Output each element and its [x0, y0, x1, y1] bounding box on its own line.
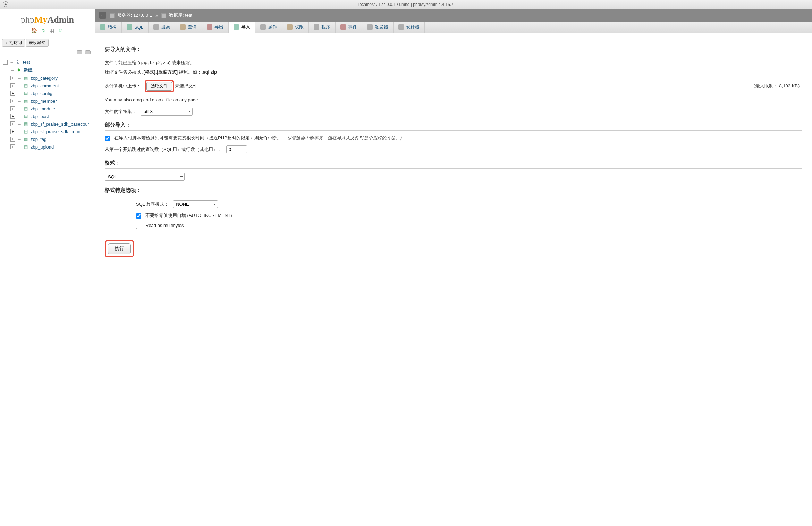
table-icon: ▤ — [23, 75, 28, 81]
tree-db-node[interactable]: – 🗄 test — [2, 58, 95, 66]
tree-toggle-icon[interactable] — [10, 129, 15, 134]
allow-interrupt-label: 在导入时脚本若检测到可能需要花费很长时间（接近PHP超时的限定）则允许中断。 — [114, 135, 281, 141]
tab-导入[interactable]: 导入 — [229, 22, 255, 33]
tab-权限[interactable]: 权限 — [282, 22, 309, 33]
skip-input[interactable] — [226, 145, 247, 153]
dragdrop-note: You may also drag and drop a file on any… — [105, 96, 802, 104]
table-icon: ▤ — [23, 106, 28, 111]
tree-table-label[interactable]: zbp_comment — [31, 83, 59, 88]
breadcrumb-bar: ← 服务器: 127.0.0.1 » 数据库: test — [95, 9, 812, 22]
tree-table-node[interactable]: –▤zbp_upload — [2, 143, 95, 151]
tab-导出[interactable]: 导出 — [202, 22, 229, 33]
multibytes-label: Read as multibytes — [145, 223, 184, 228]
tab-label: SQL — [134, 25, 143, 30]
tree-toggle-icon[interactable] — [10, 121, 15, 126]
table-icon: ▤ — [23, 83, 28, 88]
autoincr-checkbox[interactable] — [136, 213, 141, 219]
recent-tab[interactable]: 近期访问 — [2, 39, 25, 47]
tree-table-node[interactable]: –▤zbp_module — [2, 105, 95, 112]
allow-interrupt-checkbox[interactable] — [105, 136, 110, 141]
compat-select[interactable]: NONE — [173, 200, 218, 208]
tab-icon — [100, 24, 105, 30]
tab-icon — [234, 24, 239, 30]
tree-toggle-icon[interactable] — [10, 91, 15, 96]
table-icon: ▤ — [23, 98, 28, 104]
tree-table-node[interactable]: –▤zbp_post — [2, 112, 95, 120]
server-icon — [110, 13, 115, 18]
tree-table-label[interactable]: zbp_sf_praise_sdk_count — [31, 129, 82, 134]
format-select[interactable]: SQL — [105, 173, 185, 181]
tab-触发器[interactable]: 触发器 — [362, 22, 394, 33]
choose-file-button[interactable]: 选取文件 — [146, 82, 172, 91]
tab-事件[interactable]: 事件 — [336, 22, 362, 33]
tab-操作[interactable]: 操作 — [255, 22, 282, 33]
table-icon: ▤ — [23, 129, 28, 134]
table-icon: ▤ — [23, 121, 28, 127]
tree-table-label[interactable]: zbp_config — [31, 91, 52, 96]
tree-table-node[interactable]: –▤zbp_comment — [2, 82, 95, 90]
tree-table-label[interactable]: zbp_sf_praise_sdk_basecour — [31, 121, 89, 127]
multibytes-checkbox[interactable] — [136, 224, 141, 229]
sql-icon[interactable]: ▦ — [49, 28, 55, 34]
database-icon — [161, 13, 166, 18]
tree-table-node[interactable]: –▤zbp_category — [2, 74, 95, 82]
tree-table-label[interactable]: zbp_module — [31, 106, 55, 111]
tree-table-node[interactable]: –▤zbp_sf_praise_sdk_count — [2, 128, 95, 135]
tree-toggle-icon[interactable] — [10, 83, 15, 88]
sidebar-mini-tabs: 近期访问 表收藏夹 — [0, 37, 95, 48]
tree-table-label[interactable]: zbp_category — [31, 76, 58, 81]
table-icon: ▤ — [23, 91, 28, 96]
submit-button[interactable]: 执行 — [108, 243, 131, 254]
tree-toggle-icon[interactable] — [3, 60, 8, 65]
tree-table-node[interactable]: –▤zbp_sf_praise_sdk_basecour — [2, 120, 95, 128]
phpmyadmin-logo[interactable]: phpMyAdmin — [0, 15, 95, 25]
tree-toggle-icon[interactable] — [10, 114, 15, 119]
tree-table-label[interactable]: zbp_member — [31, 99, 57, 104]
tab-查询[interactable]: 查询 — [175, 22, 202, 33]
tab-设计器[interactable]: 设计器 — [394, 22, 425, 33]
tab-SQL[interactable]: SQL — [122, 22, 149, 33]
tab-icon — [207, 24, 212, 30]
tree-toggle-icon[interactable] — [10, 144, 15, 149]
tree-table-label[interactable]: zbp_tag — [31, 137, 46, 142]
tree-toggle-icon[interactable] — [10, 137, 15, 142]
tab-icon — [127, 24, 132, 30]
window-title: localhost / 127.0.0.1 / umhq | phpMyAdmi… — [358, 2, 454, 7]
tab-搜索[interactable]: 搜索 — [149, 22, 175, 33]
tab-label: 导入 — [241, 24, 250, 30]
charset-select[interactable]: utf-8 — [141, 108, 193, 116]
section-format-title: 格式： — [105, 160, 802, 169]
max-limit-text: （最大限制： 8,192 KB） — [751, 83, 802, 89]
window-titlebar: ✦ localhost / 127.0.0.1 / umhq | phpMyAd… — [0, 0, 812, 9]
tab-label: 设计器 — [406, 24, 420, 30]
home-icon[interactable]: 🏠 — [31, 28, 37, 34]
tree-new-link[interactable]: – ✸ 新建 — [2, 66, 95, 74]
tree-toggle-icon[interactable] — [10, 76, 15, 80]
collapse-icon[interactable] — [77, 50, 82, 54]
database-icon: 🗄 — [15, 59, 21, 65]
tab-label: 结构 — [108, 24, 117, 30]
filename-note: 压缩文件名必须以 .[格式].[压缩方式] 结尾。如：.sql.zip — [105, 69, 802, 76]
compass-icon: ✦ — [3, 1, 8, 7]
tab-程序[interactable]: 程序 — [309, 22, 336, 33]
favorites-tab[interactable]: 表收藏夹 — [26, 39, 49, 47]
tree-table-node[interactable]: –▤zbp_config — [2, 90, 95, 97]
tree-table-label[interactable]: zbp_upload — [31, 144, 54, 150]
breadcrumb-database[interactable]: test — [185, 12, 192, 18]
tab-icon — [260, 24, 266, 30]
breadcrumb-server[interactable]: 127.0.0.1 — [133, 12, 152, 18]
link-icon[interactable] — [85, 50, 91, 54]
tab-icon — [287, 24, 293, 30]
section-format-opts-title: 格式特定选项： — [105, 187, 802, 196]
tree-table-node[interactable]: –▤zbp_member — [2, 97, 95, 105]
logout-icon[interactable]: ⎋ — [40, 28, 46, 34]
tree-toggle-icon[interactable] — [10, 99, 15, 103]
tree-table-node[interactable]: –▤zbp_tag — [2, 135, 95, 143]
tree-table-label[interactable]: zbp_post — [31, 114, 49, 119]
back-button[interactable]: ← — [99, 12, 106, 19]
section-partial-title: 部分导入： — [105, 122, 802, 131]
allow-interrupt-note: （尽管这会中断事务，但在导入大文件时是个很好的方法。） — [282, 135, 404, 141]
tree-toggle-icon[interactable] — [10, 106, 15, 111]
docs-icon[interactable]: ♲ — [58, 28, 64, 34]
tab-结构[interactable]: 结构 — [95, 22, 122, 33]
